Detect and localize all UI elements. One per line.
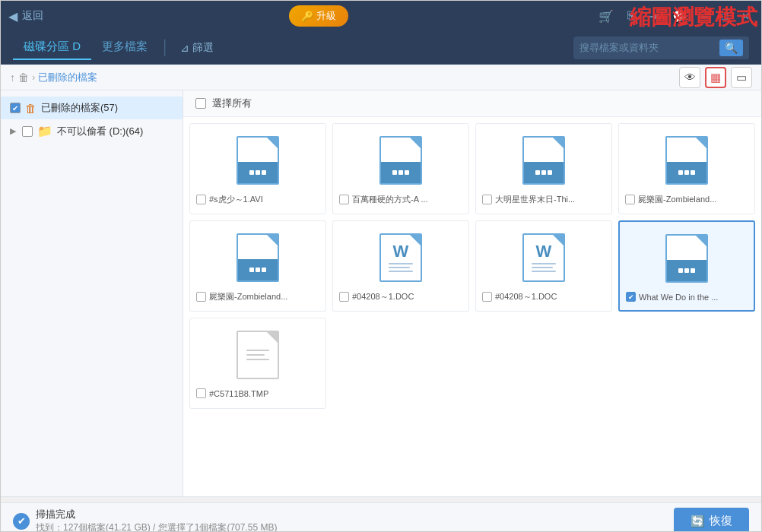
- filter-icon: ⊿: [180, 42, 189, 54]
- filter-button[interactable]: ⊿ 篩選: [173, 36, 221, 59]
- file-item-1[interactable]: #s虎少～1.AVI: [189, 123, 326, 214]
- film-strip-3: [524, 162, 564, 183]
- restore-button[interactable]: 🔄 恢復: [674, 508, 749, 532]
- trash-icon: 🗑: [25, 102, 37, 115]
- status-text-block: 掃描完成 找到：127個檔案(41.21 GB) / 您選擇了1個檔案(707.…: [36, 508, 277, 532]
- maximize-button[interactable]: □: [718, 9, 732, 24]
- tab-disk-d-label: 磁碟分區 D: [24, 40, 81, 52]
- file-name-2: 百萬種硬的方式-A ...: [352, 194, 428, 205]
- tmp-lines: [246, 350, 269, 360]
- cb-row-9: #C5711B8.TMP: [196, 388, 268, 398]
- view-controls: 👁 ▦ ▭: [679, 67, 752, 88]
- file-item-6[interactable]: W #04208～1.DOC: [332, 220, 469, 312]
- upgrade-label: 升級: [316, 9, 336, 23]
- file-icon-8: [662, 231, 711, 286]
- avi-icon-5: [237, 233, 279, 282]
- file-name-5: 屍樂園-Zombieland...: [209, 291, 287, 302]
- import-icon[interactable]: ⇥: [645, 8, 662, 25]
- minimize-button[interactable]: ─: [697, 9, 712, 24]
- horizontal-scrollbar[interactable]: [1, 496, 761, 502]
- breadcrumb-delete-icon[interactable]: 🗑: [18, 71, 29, 84]
- film-strip-5: [238, 259, 278, 280]
- grid-view-button[interactable]: ▦: [705, 67, 726, 88]
- back-button[interactable]: ◀ 返回: [8, 9, 43, 24]
- file-name-9: #C5711B8.TMP: [209, 389, 268, 398]
- select-all-label: 選擇所有: [212, 97, 252, 110]
- file-name-4: 屍樂園-Zombieland...: [638, 194, 716, 205]
- status-line2: 找到：127個檔案(41.21 GB) / 您選擇了1個檔案(707.55 MB…: [36, 521, 277, 532]
- file-icon-7: W: [519, 230, 568, 285]
- search-box: 🔍: [573, 36, 749, 59]
- share-icon[interactable]: ⎘: [624, 8, 639, 24]
- cb-row-2: 百萬種硬的方式-A ...: [339, 194, 428, 205]
- tab-disk-d[interactable]: 磁碟分區 D: [13, 35, 91, 60]
- file-checkbox-2[interactable]: [339, 195, 349, 204]
- filter-label: 篩選: [192, 41, 214, 55]
- close-button[interactable]: ✕: [738, 9, 754, 24]
- cb-row-8: ✔ What We Do in the ...: [626, 292, 718, 302]
- breadcrumb-path: 已刪除的檔案: [38, 71, 97, 84]
- file-item-9[interactable]: #C5711B8.TMP: [189, 318, 326, 409]
- avi-icon-3: [522, 136, 565, 185]
- status-left: ✔ 掃描完成 找到：127個檔案(41.21 GB) / 您選擇了1個檔案(70…: [13, 508, 277, 532]
- file-icon-9: [233, 328, 282, 382]
- file-checkbox-9[interactable]: [196, 388, 206, 398]
- breadcrumb-up-icon[interactable]: ↑: [10, 71, 15, 84]
- doc-icon-2: W: [522, 233, 565, 282]
- file-name-7: #04208～1.DOC: [495, 291, 557, 302]
- select-all-checkbox[interactable]: [195, 98, 206, 109]
- feedback-icon[interactable]: 💬: [668, 8, 691, 25]
- restore-label: 恢復: [710, 514, 732, 528]
- file-checkbox-5[interactable]: [196, 292, 206, 302]
- window-controls: 🛒 ⎘ ⇥ 💬 ─ □ ✕: [595, 8, 754, 25]
- file-item-4[interactable]: 屍樂園-Zombieland...: [618, 123, 755, 214]
- folder-icon: 📁: [37, 124, 52, 138]
- file-checkbox-6[interactable]: [339, 292, 349, 302]
- sidebar-item1-label: 已刪除的檔案(57): [41, 101, 118, 115]
- file-checkbox-3[interactable]: [482, 195, 492, 204]
- file-item-7[interactable]: W #04208～1.DOC: [475, 220, 612, 312]
- avi-icon-2: [379, 136, 422, 185]
- doc-w-icon-2: W: [536, 243, 552, 260]
- file-checkbox-8[interactable]: ✔: [626, 292, 636, 302]
- doc-lines: [389, 263, 413, 272]
- search-button[interactable]: 🔍: [719, 40, 743, 56]
- status-line1: 掃描完成: [36, 508, 277, 521]
- back-label: 返回: [22, 9, 43, 23]
- titlebar: ◀ 返回 🔑 升級 🛒 ⎘ ⇥ 💬 ─ □ ✕: [1, 1, 761, 31]
- deleted-checkbox[interactable]: ✔: [10, 103, 21, 113]
- sidebar-item-deleted[interactable]: ✔ 🗑 已刪除的檔案(57): [1, 97, 183, 119]
- cb-row-6: #04208～1.DOC: [339, 291, 414, 302]
- cb-row-1: #s虎少～1.AVI: [196, 194, 263, 205]
- file-item-5[interactable]: 屍樂園-Zombieland...: [189, 220, 326, 312]
- avi-icon-8: [665, 234, 708, 283]
- file-name-6: #04208～1.DOC: [352, 291, 414, 302]
- file-checkbox-1[interactable]: [196, 195, 206, 204]
- sidebar: ✔ 🗑 已刪除的檔案(57) ▶ 📁 不可以偷看 (D:)(64): [1, 90, 183, 496]
- list-view-button[interactable]: ▭: [731, 67, 752, 88]
- tab-more-files[interactable]: 更多檔案: [91, 35, 158, 60]
- file-icon-5: [233, 230, 282, 285]
- cart-icon[interactable]: 🛒: [595, 8, 618, 25]
- file-item-3[interactable]: 大明星世界末日-Thi...: [475, 123, 612, 214]
- statusbar: ✔ 掃描完成 找到：127個檔案(41.21 GB) / 您選擇了1個檔案(70…: [1, 502, 761, 532]
- key-icon: 🔑: [301, 11, 313, 22]
- file-checkbox-7[interactable]: [482, 292, 492, 302]
- tmp-icon: [237, 331, 279, 379]
- titlebar-center: 🔑 升級: [289, 5, 348, 27]
- file-item-8[interactable]: ✔ What We Do in the ...: [618, 220, 755, 312]
- file-checkbox-4[interactable]: [625, 195, 635, 204]
- content-area: 縮圖瀏覽模式 選擇所有 #s虎少～1.AVI: [183, 90, 761, 496]
- nav-divider: │: [161, 40, 170, 55]
- file-icon-4: [662, 133, 711, 188]
- file-name-8: What We Do in the ...: [639, 293, 718, 302]
- file-item-2[interactable]: 百萬種硬的方式-A ...: [332, 123, 469, 214]
- search-input[interactable]: [579, 42, 716, 53]
- back-arrow-icon: ◀: [8, 9, 17, 24]
- eye-view-button[interactable]: 👁: [679, 67, 700, 88]
- sidebar-item-locked[interactable]: ▶ 📁 不可以偷看 (D:)(64): [1, 119, 183, 143]
- expand-arrow-icon: ▶: [10, 126, 16, 136]
- upgrade-button[interactable]: 🔑 升級: [289, 5, 348, 27]
- cb-row-3: 大明星世界末日-Thi...: [482, 194, 575, 205]
- locked-checkbox[interactable]: [22, 126, 33, 137]
